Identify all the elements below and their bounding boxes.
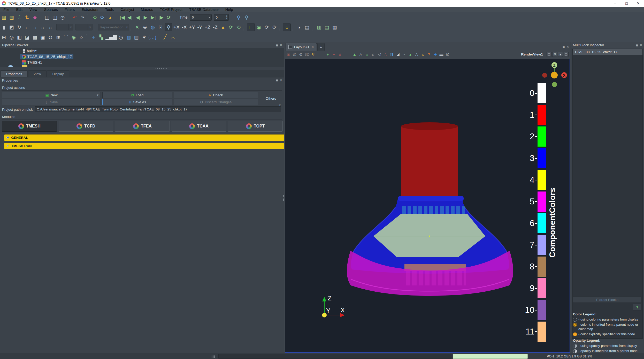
menu-item[interactable]: Extractors [78,7,102,12]
view-minus-y-icon[interactable]: -Y [196,24,203,31]
module-tab[interactable]: TMESH [2,121,57,132]
last-frame-icon[interactable]: |▶ [157,14,165,21]
axis-x-ball[interactable]: X [561,72,567,78]
menu-item[interactable]: TCAE Project [156,7,186,12]
rotate-90-cw-icon[interactable]: ⟳ [227,24,234,31]
warp-icon[interactable]: ⌒ [62,34,70,41]
pipeline-item[interactable]: TCAE_08_15_25_chkpt_17 [0,54,284,60]
menu-item[interactable]: Macros [137,7,157,12]
loop-icon[interactable]: ⟳ [165,14,172,21]
adjust-frame-icon[interactable]: ± [337,52,343,57]
rotate-90-ccw-icon[interactable]: ⟲ [235,24,242,31]
module-tab[interactable]: TFEA [115,121,170,132]
view-plus-x-icon[interactable]: +X [173,24,180,31]
align-edges-icon[interactable]: ↔ [47,24,54,31]
separator[interactable] [174,14,176,20]
pipeline-item-partial[interactable] [0,65,284,67]
integrate-variables-icon[interactable]: ✶ [141,34,148,41]
float-panel-icon[interactable]: ▣ [562,45,565,49]
slice-stack-icon[interactable]: ▤ [303,24,311,31]
toggle-3d-icon[interactable]: 3D [304,52,310,57]
zoom-to-data-icon[interactable]: ⊕ [141,24,149,31]
panel-tab[interactable]: Properties [1,70,28,77]
close-panel-icon[interactable]: ✕ [640,43,642,47]
select-polygon-cells-icon[interactable]: ◁ [377,52,382,57]
tooltip-selection-icon[interactable]: ? [426,52,432,57]
select-points-on-icon[interactable]: △ [358,52,364,57]
zoom-closest-icon[interactable]: ⚲ [165,23,172,31]
shrink-selection-icon[interactable]: ▬ [439,52,444,57]
python-trace-icon[interactable]: {…} [148,34,157,41]
close-panel-icon[interactable]: ✕ [567,45,569,49]
close-panel-icon[interactable]: ✕ [280,43,282,47]
threshold-icon[interactable]: ▩ [31,34,39,41]
load-button[interactable]: ↻ Load [102,92,172,98]
pipeline-item[interactable]: builtin: [0,48,284,54]
ruler-icon[interactable]: ╱ [162,34,169,41]
rotate-camera-icon[interactable]: ⟳ [263,24,270,31]
component-colors-legend[interactable]: 0 1 2 [521,83,546,343]
axis-z-ball[interactable]: Z [551,62,557,68]
separator[interactable] [243,24,246,30]
select-block-icon[interactable]: ◨ [389,52,395,57]
separator[interactable] [344,52,350,57]
undo-icon[interactable]: ↶ [71,14,78,21]
rotate-camera-pointer-icon[interactable]: ⟳ [271,24,278,31]
save-as-button[interactable]: ⇩ Save As [102,99,172,105]
glyph-icon[interactable]: ⊚ [47,34,54,41]
chevron-down-icon[interactable]: ▼ [96,94,99,97]
module-tab[interactable]: TCFD [59,121,113,132]
select-cells-through-icon[interactable]: ⌂ [364,52,370,57]
select-points-through-icon[interactable]: ⌂ [370,52,376,57]
expand-plus-icon[interactable]: + [6,143,9,149]
collapsible-section-bar[interactable]: + GENERAL [4,134,285,141]
redo-icon[interactable]: ↷ [79,14,86,21]
chevron-down-icon[interactable]: ▼ [207,14,211,20]
align-horizontal-icon[interactable]: ↔ [39,24,46,31]
isometric-view-icon[interactable]: ▲ [219,24,227,31]
memory-inspector-icon[interactable]: ◩ [8,24,15,31]
zoom-to-box-icon[interactable]: ⊡ [157,24,164,31]
plot-data-icon[interactable]: ▚ [98,34,105,41]
save-button[interactable]: ⇩ Save [2,99,101,105]
histogram-icon[interactable]: ▂▅▇ [105,34,117,41]
catalyst-results-icon[interactable]: ▦ [331,24,338,31]
separator[interactable] [158,34,160,40]
center-of-rotation-icon[interactable]: ◉ [255,24,263,31]
first-frame-icon[interactable]: |◀ [119,14,126,21]
previous-frame-icon[interactable]: ◀| [126,14,134,21]
reset-orientation-icon[interactable]: ↻ [16,24,23,31]
slice-icon[interactable]: ◪ [24,34,31,41]
select-cells-on-icon[interactable]: ▲ [352,52,357,57]
menu-item[interactable]: Edit [13,7,26,12]
open-file-icon[interactable]: ▨ [0,14,7,21]
render-viewport[interactable]: 0 1 2 [285,59,570,353]
close-button[interactable]: ✕ [632,0,644,7]
stream-tracer-icon[interactable]: ≋ [55,34,62,41]
menu-item[interactable]: Catalyst [117,7,137,12]
separator[interactable] [87,14,90,20]
render-view-name-link[interactable]: RenderView1 [521,52,543,56]
pipeline-item[interactable]: TMESH1 [0,60,284,65]
others-button[interactable]: Others [259,92,282,105]
light-kit-icon[interactable]: ☼ [283,23,291,31]
distribute-horizontal-icon[interactable]: ↔ [24,24,31,31]
zoom-to-data-add-icon[interactable]: ⚲ [243,14,250,21]
close-tab-icon[interactable]: ✕ [311,45,314,49]
menu-item[interactable]: File [0,7,13,12]
split-vertical-icon[interactable]: ⊟ [552,52,557,57]
spreadsheet-icon[interactable]: ▤ [133,34,140,41]
separator[interactable] [86,34,89,40]
check-button[interactable]: ⚲ Check [174,92,258,98]
extract-blocks-button[interactable]: Extract Blocks [573,297,642,303]
layout-tab[interactable]: Layout #1 ✕ [286,43,317,51]
plot-matrix-icon[interactable]: ▦ [125,34,132,41]
axes-widget-icon[interactable]: ∟ [247,23,255,31]
hover-cells-icon[interactable]: ▵ [420,52,426,57]
catalyst-extract-icon[interactable]: ▥ [316,24,323,31]
split-horizontal-icon[interactable]: ◫ [547,52,551,57]
auto-apply-icon[interactable]: ⇅ [24,14,31,21]
origin-ball[interactable] [551,72,558,78]
fullscreen-icon[interactable]: ▢ [564,52,569,57]
frame-spinbox[interactable]: 0 ▲▼ [214,14,229,21]
